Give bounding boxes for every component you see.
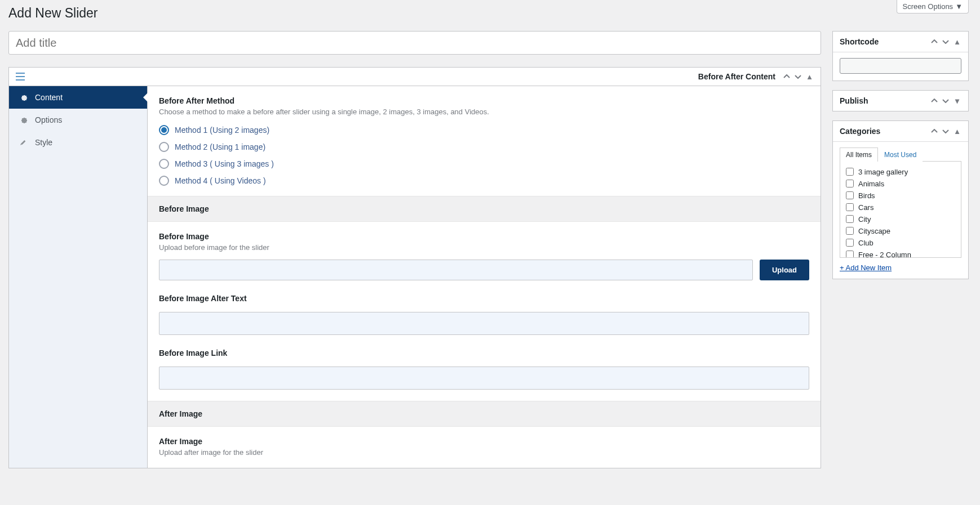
category-checkbox[interactable] <box>846 215 854 223</box>
category-checkbox[interactable] <box>846 180 854 187</box>
caret-up-icon[interactable]: ▴ <box>952 127 961 136</box>
radio-label: Method 2 (Using 1 image) <box>175 142 265 151</box>
radio-label: Method 3 ( Using 3 images ) <box>175 159 274 168</box>
tab-content[interactable]: Content <box>9 86 147 109</box>
categories-postbox: Categories ▴ All Items Most Used 3 image… <box>832 120 969 279</box>
category-label: 3 image gallery <box>858 168 908 176</box>
tab-options[interactable]: Options <box>9 109 147 131</box>
before-image-input[interactable] <box>159 260 753 280</box>
radio-icon <box>159 159 169 169</box>
category-item[interactable]: Club <box>846 237 955 249</box>
chevron-down-icon[interactable] <box>941 37 950 46</box>
tab-label: Options <box>35 115 62 124</box>
category-label: Cars <box>858 203 873 212</box>
chevron-up-icon[interactable] <box>930 96 939 105</box>
content-metabox: Before After Content ▴ <box>8 67 821 468</box>
category-item[interactable]: Free - 2 Column <box>846 249 955 258</box>
upload-button[interactable]: Upload <box>760 260 809 280</box>
chevron-up-icon[interactable] <box>782 72 791 81</box>
brush-icon <box>19 138 28 147</box>
method-option-2[interactable]: Method 2 (Using 1 image) <box>159 142 809 152</box>
shortcode-input[interactable] <box>840 58 961 74</box>
category-item[interactable]: Cityscape <box>846 225 955 237</box>
method-option-4[interactable]: Method 4 ( Using Videos ) <box>159 176 809 186</box>
radio-label: Method 4 ( Using Videos ) <box>175 176 266 185</box>
category-item[interactable]: Cars <box>846 202 955 213</box>
category-label: Animals <box>858 180 884 188</box>
method-title: Before After Method <box>159 96 809 105</box>
caret-down-icon: ▼ <box>955 2 963 11</box>
caret-down-icon[interactable]: ▾ <box>952 96 961 105</box>
category-list[interactable]: 3 image gallery Animals Birds Cars City … <box>840 161 961 258</box>
after-image-desc: Upload after image for the slider <box>159 448 809 457</box>
category-item[interactable]: 3 image gallery <box>846 166 955 178</box>
screen-options-label: Screen Options <box>903 2 954 11</box>
caret-up-icon[interactable]: ▴ <box>952 37 961 46</box>
category-label: Free - 2 Column <box>858 251 911 258</box>
gear-icon <box>19 115 28 124</box>
gear-icon <box>19 93 28 102</box>
shortcode-postbox: Shortcode ▴ <box>832 31 969 81</box>
cat-tab-all[interactable]: All Items <box>840 148 878 162</box>
radio-label: Method 1 (Using 2 images) <box>175 126 269 135</box>
cat-tab-most-used[interactable]: Most Used <box>878 148 923 162</box>
after-image-label: After Image <box>159 437 809 446</box>
category-item[interactable]: Animals <box>846 178 955 190</box>
before-link-label: Before Image Link <box>159 348 809 357</box>
category-checkbox[interactable] <box>846 251 854 258</box>
radio-icon <box>159 142 169 152</box>
before-alt-input[interactable] <box>159 312 809 335</box>
publish-postbox: Publish ▾ <box>832 90 969 111</box>
chevron-up-icon[interactable] <box>930 127 939 136</box>
category-label: Club <box>858 239 873 247</box>
tab-style[interactable]: Style <box>9 131 147 154</box>
metabox-title: Before After Content <box>698 72 775 81</box>
method-desc: Choose a method to make a before after s… <box>159 108 809 116</box>
method-option-1[interactable]: Method 1 (Using 2 images) <box>159 125 809 135</box>
page-title: Add New Slider <box>0 0 969 24</box>
chevron-down-icon[interactable] <box>941 96 950 105</box>
categories-title: Categories <box>840 127 880 136</box>
category-item[interactable]: City <box>846 213 955 225</box>
settings-tabs: Content Options Style <box>9 86 148 468</box>
menu-icon[interactable] <box>16 73 25 81</box>
after-image-header: After Image <box>148 401 821 427</box>
category-checkbox[interactable] <box>846 239 854 247</box>
caret-up-icon[interactable]: ▴ <box>805 72 814 81</box>
category-label: City <box>858 215 871 224</box>
before-image-desc: Upload before image for the slider <box>159 243 809 252</box>
category-checkbox[interactable] <box>846 203 854 211</box>
before-image-label: Before Image <box>159 232 809 241</box>
chevron-up-icon[interactable] <box>930 37 939 46</box>
before-image-header: Before Image <box>148 196 821 222</box>
tab-label: Style <box>35 138 52 147</box>
category-label: Birds <box>858 191 875 200</box>
radio-icon <box>159 176 169 186</box>
tab-label: Content <box>35 93 63 102</box>
category-checkbox[interactable] <box>846 191 854 199</box>
publish-title: Publish <box>840 96 868 105</box>
add-new-category-link[interactable]: + Add New Item <box>840 263 892 272</box>
chevron-down-icon[interactable] <box>793 72 802 81</box>
chevron-down-icon[interactable] <box>941 127 950 136</box>
before-link-input[interactable] <box>159 367 809 390</box>
title-input[interactable] <box>8 31 821 55</box>
category-checkbox[interactable] <box>846 168 854 176</box>
screen-options-button[interactable]: Screen Options ▼ <box>897 0 969 14</box>
category-item[interactable]: Birds <box>846 190 955 202</box>
method-option-3[interactable]: Method 3 ( Using 3 images ) <box>159 159 809 169</box>
category-checkbox[interactable] <box>846 227 854 235</box>
before-alt-label: Before Image Alter Text <box>159 294 809 303</box>
radio-icon <box>159 125 169 135</box>
shortcode-title: Shortcode <box>840 37 879 46</box>
category-label: Cityscape <box>858 227 890 235</box>
